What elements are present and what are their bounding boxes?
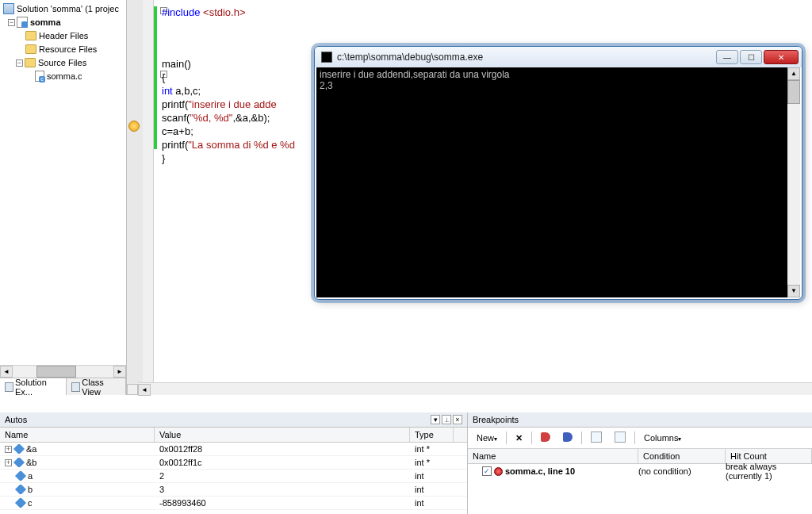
solution-explorer-icon [5,382,13,392]
autos-row[interactable]: b3int [0,483,467,497]
autos-columns: Name Value Type [0,428,467,443]
scroll-left-arrow-icon[interactable]: ◄ [0,366,13,378]
solution-tree[interactable]: Solution 'somma' (1 projec − somma Heade… [0,0,126,82]
expander-icon[interactable]: + [5,446,12,453]
breakpoints-title[interactable]: Breakpoints [468,412,812,428]
code-content[interactable]: #include <stdio.h> main() { int a,b,c; p… [162,6,295,166]
outline-margin: − − [143,0,154,392]
autos-row[interactable]: +&b0x0012ff1cint * [0,456,467,470]
bp-cond-text: (no condition) [638,466,726,476]
explorer-tabs: Solution Ex... Class View [0,378,126,395]
breakpoints-toolbar: New▾ ✕ Columns▾ [468,428,812,449]
new-breakpoint-button[interactable]: New▾ [473,432,501,444]
col-condition[interactable]: Condition [638,449,726,463]
solution-node[interactable]: Solution 'somma' (1 projec [3,2,126,15]
file-label: somma.c [47,71,82,81]
tab-class-view[interactable]: Class View [67,378,126,395]
goto-icon [591,432,602,443]
expander-icon[interactable]: − [8,19,15,26]
folder-label: Header Files [39,31,88,40]
splitter-grip[interactable] [127,384,138,395]
breakpoint-row[interactable]: ✓ somma.c, line 10 (no condition) break … [468,464,812,478]
editor-gutter: − − [127,0,154,392]
variable-icon [13,458,25,467]
col-type[interactable]: Type [410,428,454,442]
autos-panel: Autos ▾⟂× Name Value Type +&a0x0012ff28i… [0,412,468,514]
scroll-up-arrow-icon[interactable]: ▲ [787,67,800,80]
autos-title[interactable]: Autos ▾⟂× [0,412,467,428]
solution-explorer-panel: Solution 'somma' (1 projec − somma Heade… [0,0,127,395]
expander-icon[interactable]: − [16,59,23,67]
expander-icon[interactable]: + [5,459,12,466]
autos-row[interactable]: +&a0x0012ff28int * [0,443,467,456]
var-type: int [410,485,454,494]
panel-title-text: Autos [5,415,27,424]
c-file-icon [35,71,44,82]
console-output[interactable]: inserire i due addendi,separati da una v… [316,67,800,297]
disable-all-button[interactable] [537,431,554,445]
folder-label: Resource Files [39,44,97,54]
close-icon[interactable]: × [453,415,462,424]
console-titlebar[interactable]: c:\temp\somma\debug\somma.exe — ☐ ✕ [315,47,802,67]
var-type: int [410,498,454,508]
scroll-left-arrow-icon[interactable]: ◄ [138,384,151,396]
pin-icon[interactable]: ⟂ [442,415,451,424]
checkbox[interactable]: ✓ [482,466,492,476]
folder-icon [25,58,36,67]
var-value: 0x0012ff1c [155,458,410,467]
breakpoint-margin[interactable] [127,0,143,392]
col-value[interactable]: Value [155,428,410,442]
project-node[interactable]: − somma [3,16,126,29]
var-name: &a [26,444,36,454]
console-icon [321,52,332,63]
tab-label: Class View [82,378,121,397]
console-window[interactable]: c:\temp\somma\debug\somma.exe — ☐ ✕ inse… [314,46,802,300]
horizontal-scrollbar[interactable]: ◄ ► [0,365,126,378]
var-value: 0x0012ff28 [155,444,410,454]
columns-button[interactable]: Columns▾ [640,432,685,444]
var-type: int * [410,444,454,454]
autos-rows: +&a0x0012ff28int *+&b0x0012ff1cint *a2in… [0,443,467,510]
scroll-thumb[interactable] [36,366,76,378]
scroll-thumb[interactable] [787,80,800,104]
var-value: 3 [155,485,410,494]
change-marker [154,6,157,149]
delete-button[interactable]: ✕ [511,432,527,445]
autos-row[interactable]: c-858993460int [0,497,467,510]
goto-disasm-button[interactable] [611,430,630,446]
autos-row[interactable]: a2int [0,470,467,483]
solution-label: Solution 'somma' (1 projec [17,4,119,13]
console-line: inserire i due addendi,separati da una v… [320,69,797,80]
file-somma-c[interactable]: somma.c [3,70,126,82]
scroll-down-arrow-icon[interactable]: ▼ [787,285,800,297]
flag-blue-icon [563,432,573,442]
variable-icon [15,485,26,494]
project-label: somma [30,17,61,27]
folder-source-files[interactable]: − Source Files [3,56,126,69]
close-button[interactable]: ✕ [764,50,799,64]
flag-button[interactable] [559,431,576,445]
editor-hscrollbar[interactable]: ◄ [138,382,812,395]
console-vscrollbar[interactable]: ▲ ▼ [787,67,800,297]
col-name[interactable]: Name [0,428,155,442]
minimize-button[interactable]: — [716,50,738,64]
dropdown-icon[interactable]: ▾ [431,415,440,424]
tab-solution-explorer[interactable]: Solution Ex... [0,378,67,395]
tab-label: Solution Ex... [15,378,61,397]
breakpoint-icon [494,467,503,476]
maximize-button[interactable]: ☐ [740,50,762,64]
goto-source-button[interactable] [587,430,606,446]
project-icon [17,17,28,28]
var-name: &b [26,458,36,467]
bp-name-text: somma.c, line 10 [505,466,575,476]
flag-red-icon [541,432,550,442]
scroll-right-arrow-icon[interactable]: ► [113,366,126,378]
col-name[interactable]: Name [468,449,638,463]
var-name: a [28,471,33,481]
variable-icon [13,444,25,454]
folder-resource-files[interactable]: Resource Files [3,43,126,56]
folder-header-files[interactable]: Header Files [3,29,126,42]
variable-icon [15,498,26,508]
var-type: int * [410,458,454,467]
console-title-text: c:\temp\somma\debug\somma.exe [337,52,711,63]
